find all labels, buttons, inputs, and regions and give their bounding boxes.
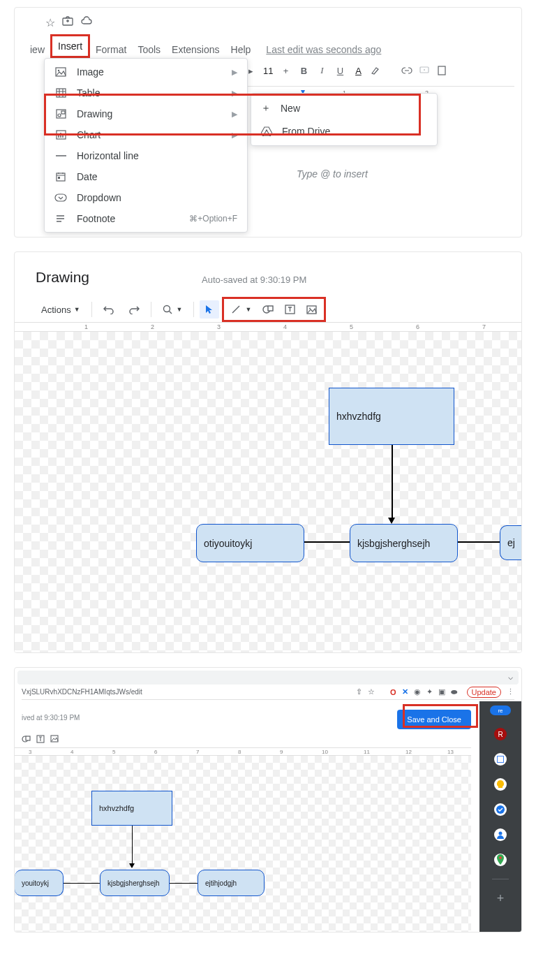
redo-icon[interactable]	[123, 300, 145, 319]
tasks-sidebar-icon[interactable]	[494, 803, 507, 816]
insert-hr[interactable]: Horizontal line	[45, 145, 247, 166]
insert-drawing[interactable]: Drawing ▶	[45, 103, 247, 124]
italic-icon[interactable]: I	[316, 65, 327, 76]
svg-rect-5	[57, 89, 66, 97]
connector-h2[interactable]	[458, 541, 500, 543]
share-pill[interactable]: re	[490, 705, 511, 715]
star-icon[interactable]: ☆	[45, 16, 55, 29]
connector-v[interactable]	[132, 826, 133, 866]
connector-h1[interactable]	[64, 883, 100, 884]
menu-help[interactable]: Help	[225, 40, 257, 59]
chevron-down-icon[interactable]: ⌵	[508, 672, 513, 682]
move-icon[interactable]	[62, 16, 73, 29]
zoom-icon[interactable]: ▼	[157, 300, 188, 319]
ext-oval-icon[interactable]: ⬬	[451, 687, 457, 696]
line-icon[interactable]: ▼	[225, 300, 257, 319]
panel-insert-menu: ☆ iew Insert Format Tools Extensions Hel…	[14, 7, 522, 237]
insert-table[interactable]: Table ▶	[45, 82, 247, 103]
canvas-ruler: 1 2 3 4 5 6 7	[15, 322, 521, 332]
menu-view[interactable]: iew	[24, 40, 50, 59]
svg-point-4	[58, 70, 59, 71]
label: Chart	[77, 129, 100, 140]
shape-left[interactable]: otiyouitoykj	[196, 524, 304, 562]
menu-format[interactable]: Format	[90, 40, 132, 59]
shape-top[interactable]: hxhvzhdfg	[91, 791, 172, 826]
drawing-new[interactable]: ＋ New	[251, 96, 437, 120]
maps-sidebar-icon[interactable]	[494, 854, 507, 866]
share-browser-icon[interactable]: ⇧	[356, 687, 362, 696]
svg-point-29	[499, 856, 502, 859]
bold-icon[interactable]: B	[298, 66, 309, 76]
svg-rect-13	[55, 194, 66, 201]
insert-chart[interactable]: Chart ▶	[45, 124, 247, 145]
submenu-arrow-icon: ▶	[232, 131, 237, 140]
shape-mid[interactable]: kjsbgjsherghsejh	[100, 870, 170, 896]
save-close-button[interactable]: Save and Close	[397, 710, 471, 729]
shape-top[interactable]: hxhvzhdfg	[329, 388, 454, 445]
connector-vertical[interactable]	[392, 445, 393, 520]
connector-h1[interactable]	[304, 541, 350, 543]
keep-sidebar-icon[interactable]	[494, 778, 507, 791]
connector-h2[interactable]	[170, 883, 198, 884]
shape-left[interactable]: youitoykj	[15, 870, 64, 896]
actions-button[interactable]: Actions▼	[36, 300, 86, 319]
underline-icon[interactable]: U	[334, 66, 345, 76]
highlight-icon[interactable]	[371, 66, 382, 75]
insert-image[interactable]: Image ▶	[45, 61, 247, 82]
menu-extensions[interactable]: Extensions	[166, 40, 225, 59]
ext-icon-1[interactable]: O	[390, 688, 396, 696]
select-icon[interactable]	[200, 300, 219, 319]
submenu-arrow-icon: ▶	[232, 89, 237, 98]
insert-dropdown[interactable]: Dropdown	[45, 187, 247, 208]
textbox-mini-icon[interactable]	[36, 735, 45, 743]
drawing-from-drive[interactable]: From Drive	[251, 120, 437, 142]
ext-box-icon[interactable]: ▣	[438, 687, 445, 696]
url-text: VxjSLURvhXDCNzFH1AMIqtsJWs/edit	[22, 688, 142, 696]
image-tool-icon[interactable]	[301, 301, 322, 319]
insert-date[interactable]: Date	[45, 166, 247, 187]
drive-icon	[261, 126, 272, 136]
dialog-title: Drawing	[36, 269, 89, 286]
calendar-sidebar-icon[interactable]	[494, 753, 507, 766]
svg-point-20	[309, 307, 311, 309]
shape-right[interactable]: ej	[500, 525, 522, 560]
label: New	[281, 103, 300, 114]
avatar[interactable]: R	[494, 728, 507, 740]
shape-mini-icon[interactable]	[22, 735, 31, 743]
more-icon[interactable]: ⋮	[507, 687, 514, 696]
submenu-arrow-icon: ▶	[232, 68, 237, 77]
link-icon[interactable]	[401, 67, 412, 74]
shape-tools-highlight: ▼	[222, 297, 326, 322]
image-icon	[54, 67, 67, 77]
comment-icon[interactable]	[419, 66, 431, 75]
image-icon[interactable]	[438, 66, 449, 75]
text-color-icon[interactable]: A	[352, 66, 364, 76]
star-browser-icon[interactable]: ☆	[368, 687, 375, 696]
textbox-icon[interactable]	[279, 300, 301, 319]
label: Dropdown	[77, 192, 121, 203]
ext-icon-3[interactable]: ◉	[414, 687, 421, 696]
svg-rect-26	[498, 756, 503, 762]
add-sidebar-icon[interactable]: +	[494, 892, 507, 905]
shape-icon[interactable]	[257, 300, 279, 319]
menu-tools[interactable]: Tools	[132, 40, 166, 59]
font-size-plus[interactable]: +	[280, 66, 291, 76]
drawing-canvas[interactable]: hxhvzhdfg otiyouitoykj kjsbgjsherghsejh …	[15, 332, 521, 652]
insert-footnote[interactable]: Footnote ⌘+Option+F	[45, 208, 247, 229]
undo-icon[interactable]	[98, 300, 120, 319]
ext-icon-2[interactable]: ✕	[402, 687, 408, 696]
font-size-value[interactable]: 11	[263, 66, 273, 76]
doc-header-icons: ☆	[45, 16, 93, 29]
image-mini-icon[interactable]	[50, 735, 59, 743]
small-toolbar	[22, 735, 59, 743]
shape-right[interactable]: ejtihjodgjh	[198, 870, 265, 896]
shape-mid[interactable]: kjsbgjsherghsejh	[350, 524, 458, 562]
contacts-sidebar-icon[interactable]	[494, 828, 507, 841]
cloud-icon[interactable]	[80, 16, 93, 29]
last-edit-link[interactable]: Last edit was seconds ago	[266, 44, 381, 55]
update-button[interactable]: Update	[467, 687, 501, 698]
menu-insert[interactable]: Insert	[50, 34, 90, 58]
svg-rect-17	[268, 306, 273, 311]
extensions-icon[interactable]: ✦	[426, 687, 433, 696]
drawing-canvas-small[interactable]: hxhvzhdfg youitoykj kjsbgjsherghsejh ejt…	[15, 756, 471, 932]
